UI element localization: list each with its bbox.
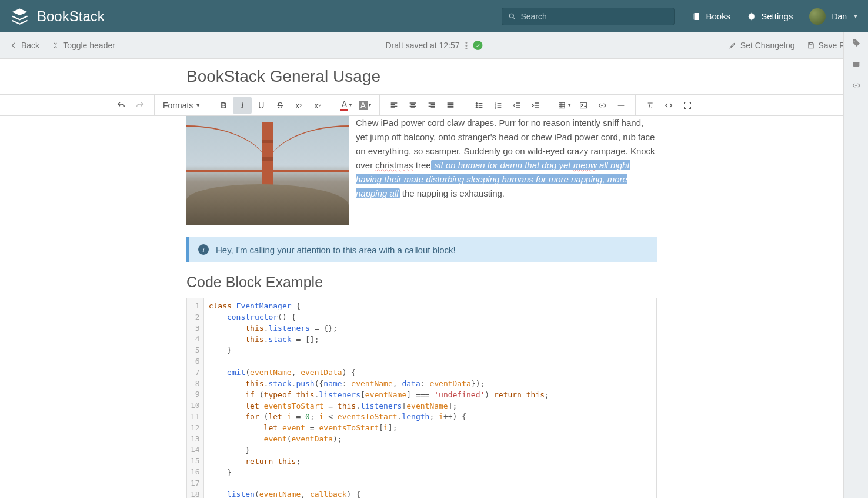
right-rail <box>843 32 868 498</box>
align-center-button[interactable] <box>403 97 422 114</box>
app-header: BookStack Books Settings Dan ▼ <box>0 0 868 32</box>
book-icon <box>692 12 702 21</box>
nav-settings-label: Settings <box>761 11 793 21</box>
table-button[interactable]: ▼ <box>555 97 574 114</box>
pencil-icon <box>729 41 737 49</box>
svg-rect-11 <box>580 102 587 108</box>
content-image[interactable] <box>186 116 349 225</box>
text-color-button[interactable]: A ▼ <box>337 97 356 114</box>
nav-settings[interactable]: Settings <box>747 11 793 21</box>
fullscreen-button[interactable] <box>678 97 697 114</box>
link-button[interactable] <box>593 97 612 114</box>
subscript-button[interactable]: x2 <box>308 97 327 114</box>
set-changelog-button[interactable]: Set Changelog <box>729 41 795 50</box>
draft-status: Draft saved at 12:57 <box>385 41 459 50</box>
italic-button[interactable]: I <box>233 97 252 114</box>
nav-books[interactable]: Books <box>692 11 731 21</box>
bookstack-logo-icon <box>9 6 30 26</box>
page-title[interactable]: BookStack General Usage <box>186 67 657 86</box>
clear-format-button[interactable] <box>640 97 659 114</box>
toggle-header-icon <box>51 41 59 49</box>
sub-toolbar: Back Toggle header Draft saved at 12:57 … <box>0 32 868 59</box>
bg-color-button[interactable]: A ▼ <box>356 97 375 114</box>
save-icon <box>807 41 815 49</box>
title-row: BookStack General Usage <box>0 59 843 95</box>
search-input[interactable] <box>521 12 668 21</box>
formats-dropdown[interactable]: Formats▼ <box>159 101 204 110</box>
gear-icon <box>747 12 756 21</box>
editor-toolbar: Formats▼ B I U S x2 x2 A ▼ A ▼ 123 ▼ <box>0 95 843 116</box>
bold-button[interactable]: B <box>214 97 233 114</box>
svg-point-2 <box>853 41 854 42</box>
callout-text: Hey, I'm calling your attention to this … <box>216 245 456 255</box>
nav-books-label: Books <box>706 11 731 21</box>
image-button[interactable] <box>574 97 593 114</box>
align-right-button[interactable] <box>422 97 441 114</box>
avatar <box>809 8 826 25</box>
search-icon <box>508 12 516 21</box>
toggle-header-button[interactable]: Toggle header <box>51 41 115 50</box>
hr-button[interactable] <box>612 97 630 114</box>
editor-body[interactable]: Chew iPad power cord claw drapes. Purr f… <box>0 116 843 498</box>
caret-down-icon: ▼ <box>853 13 859 19</box>
logo[interactable]: BookStack <box>9 6 105 26</box>
logo-text: BookStack <box>37 8 105 25</box>
undo-button[interactable] <box>112 97 131 114</box>
number-list-button[interactable]: 123 <box>489 97 508 114</box>
arrow-left-icon <box>9 41 18 49</box>
bullet-list-button[interactable] <box>470 97 489 114</box>
svg-point-6 <box>476 107 478 108</box>
link-panel-icon[interactable] <box>852 81 861 90</box>
svg-point-0 <box>509 14 513 18</box>
callout-info[interactable]: i Hey, I'm calling your attention to thi… <box>186 237 657 262</box>
draft-menu-icon[interactable] <box>466 42 468 49</box>
redo-button[interactable] <box>131 97 149 114</box>
user-menu[interactable]: Dan ▼ <box>809 8 859 25</box>
underline-button[interactable]: U <box>252 97 271 114</box>
user-name: Dan <box>832 12 847 21</box>
code-gutter: 123456789101112131415161718 <box>187 298 204 498</box>
attachment-panel-icon[interactable] <box>852 59 861 69</box>
svg-text:3: 3 <box>495 107 496 109</box>
info-icon: i <box>198 244 209 255</box>
search-box[interactable] <box>502 8 675 25</box>
code-content: class EventManager { constructor() { thi… <box>204 298 656 498</box>
svg-rect-3 <box>853 62 859 67</box>
saved-check-icon: ✓ <box>473 41 483 50</box>
source-code-button[interactable] <box>659 97 678 114</box>
code-block[interactable]: 123456789101112131415161718 class EventM… <box>186 298 657 498</box>
indent-button[interactable] <box>526 97 545 114</box>
tag-icon[interactable] <box>852 38 861 48</box>
outdent-button[interactable] <box>508 97 526 114</box>
back-button[interactable]: Back <box>9 41 39 50</box>
align-left-button[interactable] <box>385 97 403 114</box>
svg-point-5 <box>476 105 478 106</box>
svg-rect-10 <box>559 102 565 108</box>
align-justify-button[interactable] <box>441 97 460 114</box>
heading-code-block[interactable]: Code Block Example <box>186 274 657 291</box>
svg-point-4 <box>476 102 478 104</box>
strikethrough-button[interactable]: S <box>271 97 289 114</box>
superscript-button[interactable]: x2 <box>289 97 308 114</box>
